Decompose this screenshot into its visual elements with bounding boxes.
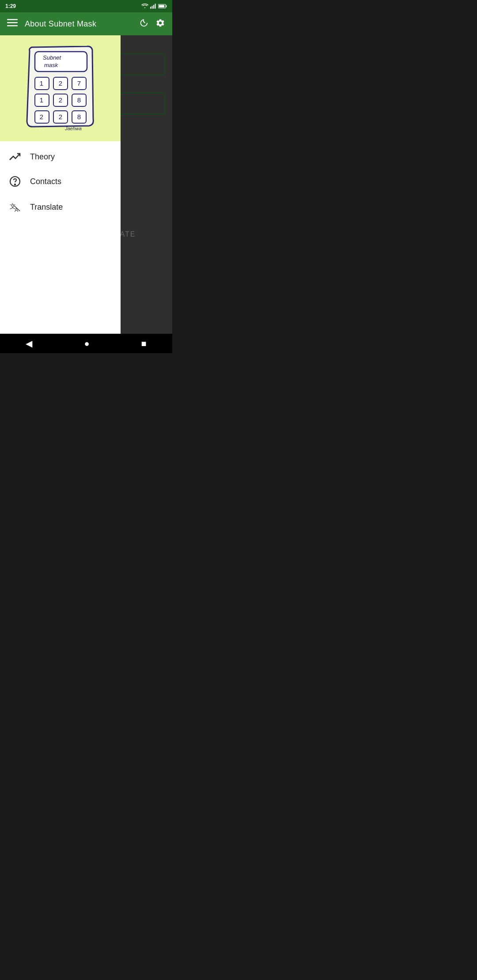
translate-label: Translate xyxy=(30,203,63,212)
svg-rect-5 xyxy=(166,5,167,7)
drawer-header: Subnet mask 1 2 7 1 2 xyxy=(0,35,121,141)
svg-text:2: 2 xyxy=(58,113,62,121)
drawer-menu: Theory Contacts 文 A xyxy=(0,141,121,334)
drawer-item-theory[interactable]: Theory xyxy=(0,145,121,169)
svg-text:8: 8 xyxy=(77,96,80,104)
svg-text:8: 8 xyxy=(77,113,80,121)
svg-text:Jaehwa: Jaehwa xyxy=(64,126,82,131)
svg-rect-3 xyxy=(155,4,156,8)
drawer-item-contacts[interactable]: Contacts xyxy=(0,169,121,194)
svg-rect-1 xyxy=(152,6,153,8)
drawer-scrim[interactable] xyxy=(121,35,172,334)
translate-icon: 文 A xyxy=(9,201,21,213)
drawer-item-translate[interactable]: 文 A Translate xyxy=(0,194,121,220)
svg-rect-9 xyxy=(7,25,18,26)
wifi-icon xyxy=(141,4,148,9)
subnet-mask-illustration: Subnet mask 1 2 7 1 2 xyxy=(16,42,105,135)
help-circle-icon xyxy=(9,176,21,187)
svg-rect-2 xyxy=(153,5,154,8)
svg-text:mask: mask xyxy=(44,62,59,68)
menu-button[interactable] xyxy=(7,17,18,30)
settings-button[interactable] xyxy=(155,18,165,30)
content-area: LATE Subnet mask 1 2 xyxy=(0,35,172,334)
status-left: 1:29 xyxy=(5,3,16,9)
bottom-navigation: ◀ ● ■ xyxy=(0,334,172,353)
svg-rect-7 xyxy=(7,19,18,20)
theory-label: Theory xyxy=(30,152,55,162)
signal-icon xyxy=(150,4,156,9)
svg-text:7: 7 xyxy=(77,79,80,87)
status-right xyxy=(141,4,167,9)
svg-point-33 xyxy=(15,184,15,185)
svg-rect-0 xyxy=(150,7,151,8)
recent-button[interactable]: ■ xyxy=(132,335,155,352)
svg-text:2: 2 xyxy=(58,79,62,87)
contacts-label: Contacts xyxy=(30,177,61,186)
back-button[interactable]: ◀ xyxy=(17,335,41,352)
time: 1:29 xyxy=(5,3,16,9)
history-button[interactable] xyxy=(139,18,148,30)
app-bar-actions xyxy=(139,18,165,30)
svg-text:2: 2 xyxy=(39,113,43,121)
svg-text:Subnet: Subnet xyxy=(43,54,62,61)
trending-up-icon xyxy=(9,152,21,162)
battery-icon xyxy=(158,4,167,9)
app-bar: About Subnet Mask xyxy=(0,12,172,35)
status-bar: 1:29 xyxy=(0,0,172,12)
svg-rect-6 xyxy=(159,5,164,8)
navigation-drawer: Subnet mask 1 2 7 1 2 xyxy=(0,35,121,334)
svg-text:2: 2 xyxy=(58,96,62,104)
svg-text:1: 1 xyxy=(39,96,43,104)
svg-rect-8 xyxy=(7,22,18,23)
home-button[interactable]: ● xyxy=(75,335,98,352)
svg-text:1: 1 xyxy=(39,79,43,87)
page-title: About Subnet Mask xyxy=(25,19,139,29)
